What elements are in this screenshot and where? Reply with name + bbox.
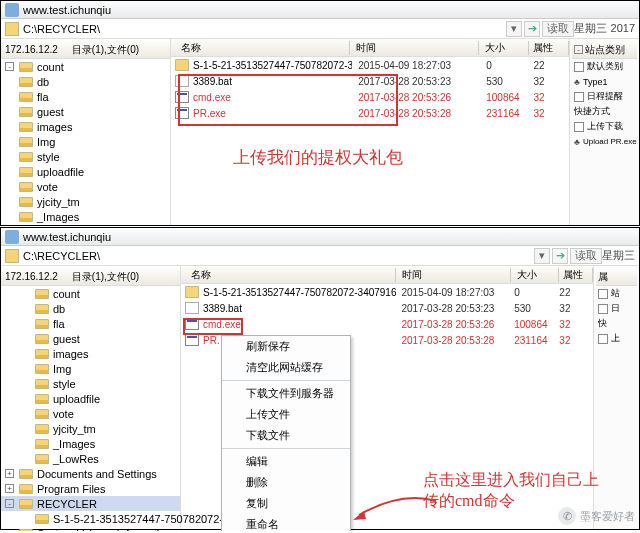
menu-item[interactable]: 删除 (222, 472, 350, 493)
side-item[interactable]: 上 (596, 331, 637, 346)
side-header: 属 (596, 268, 637, 286)
menu-item[interactable]: 清空此网站缓存 (222, 357, 350, 378)
column-header: 名称 时间 大小 属性 (181, 266, 593, 284)
folder-tree[interactable]: 172.16.12.2 目录(1),文件(0) -count db fla gu… (1, 39, 171, 225)
side-panel: - 站点类别 默认类别 ♣Type1 日程提醒 快捷方式 上传下载 ♣Uploa… (569, 39, 639, 225)
menu-item[interactable]: 复制 (222, 493, 350, 514)
col-name[interactable]: 名称 (181, 268, 396, 282)
file-row[interactable]: 3389.bat2017-03-28 20:53:2353032 (181, 300, 593, 316)
side-item[interactable]: 快 (596, 316, 637, 331)
window-title: www.test.ichunqiu (23, 231, 111, 243)
screenshot-top: www.test.ichunqiu C:\RECYCLER\ ▾ ➔ 读取 星期… (0, 0, 640, 226)
menu-item[interactable]: 上传文件 (222, 404, 350, 425)
watermark: ✆ 墨客爱好者 (558, 507, 635, 525)
checkbox-icon[interactable] (598, 334, 608, 344)
exe-icon (175, 91, 189, 103)
menu-separator (222, 448, 350, 449)
bat-icon (185, 302, 199, 314)
address-path[interactable]: C:\RECYCLER\ (23, 23, 504, 35)
watermark-icon: ✆ (558, 507, 576, 525)
side-header: - 站点类别 (572, 41, 637, 59)
exe-icon (185, 334, 199, 346)
folder-icon (185, 286, 199, 298)
file-row[interactable]: cmd.exe2017-03-28 20:53:2610086432 (181, 316, 593, 332)
club-icon: ♣ (574, 77, 580, 87)
address-bar: C:\RECYCLER\ ▾ ➔ 读取 星期三 2017 (1, 19, 639, 39)
col-name[interactable]: 名称 (171, 41, 350, 55)
window-title: www.test.ichunqiu (23, 4, 111, 16)
tree-header: 172.16.12.2 目录(1),文件(0) (1, 41, 170, 59)
file-row[interactable]: S-1-5-21-3513527447-750782072-3407916...… (181, 284, 593, 300)
file-row[interactable]: PR.exe2017-03-28 20:53:2823116432 (171, 105, 569, 121)
column-header: 名称 时间 大小 属性 (171, 39, 569, 57)
checkbox-icon[interactable] (574, 62, 584, 72)
address-bar: C:\RECYCLER\ ▾ ➔ 读取 星期三 (1, 246, 639, 266)
folder-icon (5, 22, 19, 36)
menu-item[interactable]: 重命名 (222, 514, 350, 531)
side-item[interactable]: 默认类别 (572, 59, 637, 74)
side-item[interactable]: ♣Type1 (572, 74, 637, 89)
file-row[interactable]: S-1-5-21-3513527447-750782072-3407916...… (171, 57, 569, 73)
checkbox-icon[interactable] (598, 304, 608, 314)
folder-icon (175, 59, 189, 71)
col-attr[interactable]: 属性 (529, 41, 569, 55)
file-row[interactable]: cmd.exe2017-03-28 20:53:2610086432 (171, 89, 569, 105)
col-size[interactable]: 大小 (511, 268, 559, 282)
app-icon (5, 230, 19, 244)
exe-icon (185, 318, 199, 330)
checkbox-icon[interactable] (574, 122, 584, 132)
exe-icon (175, 107, 189, 119)
side-item[interactable]: ♣Upload PR.exe (572, 134, 637, 149)
col-attr[interactable]: 属性 (559, 268, 593, 282)
date-label: 星期三 (602, 248, 635, 263)
side-item[interactable]: 日程提醒 (572, 89, 637, 104)
read-button[interactable]: 读取 (570, 248, 602, 264)
file-row[interactable]: 3389.bat2017-03-28 20:53:2353032 (171, 73, 569, 89)
go-button[interactable]: ➔ (552, 248, 568, 264)
menu-separator (222, 380, 350, 381)
checkbox-icon[interactable] (574, 92, 584, 102)
context-menu[interactable]: 刷新保存 清空此网站缓存 下载文件到服务器 上传文件 下载文件 编辑 删除 复制… (221, 335, 351, 531)
read-button[interactable]: 读取 (542, 21, 574, 37)
folder-tree[interactable]: 172.16.12.2 目录(1),文件(0) count db fla gue… (1, 266, 181, 529)
side-panel: 属 站 日 快 上 (593, 266, 639, 529)
side-item[interactable]: 上传下载 (572, 119, 637, 134)
date-label: 星期三 2017 (574, 21, 635, 36)
window-titlebar: www.test.ichunqiu (1, 1, 639, 19)
menu-item[interactable]: 下载文件到服务器 (222, 383, 350, 404)
app-icon (5, 3, 19, 17)
dropdown-button[interactable]: ▾ (534, 248, 550, 264)
side-item[interactable]: 日 (596, 301, 637, 316)
col-time[interactable]: 时间 (350, 41, 479, 55)
col-size[interactable]: 大小 (479, 41, 529, 55)
dropdown-button[interactable]: ▾ (506, 21, 522, 37)
col-time[interactable]: 时间 (396, 268, 511, 282)
menu-item[interactable]: 编辑 (222, 451, 350, 472)
menu-item[interactable]: 下载文件 (222, 425, 350, 446)
tree-item-selected: -RECYCLER (1, 496, 180, 511)
file-list[interactable]: 名称 时间 大小 属性 S-1-5-21-3513527447-75078207… (171, 39, 569, 225)
window-titlebar: www.test.ichunqiu (1, 228, 639, 246)
tree-header: 172.16.12.2 目录(1),文件(0) (1, 268, 180, 286)
side-item[interactable]: 快捷方式 (572, 104, 637, 119)
screenshot-bottom: www.test.ichunqiu C:\RECYCLER\ ▾ ➔ 读取 星期… (0, 227, 640, 530)
bat-icon (175, 75, 189, 87)
club-icon: ♣ (574, 137, 580, 147)
menu-item[interactable]: 刷新保存 (222, 336, 350, 357)
side-item[interactable]: 站 (596, 286, 637, 301)
checkbox-icon[interactable] (598, 289, 608, 299)
address-path[interactable]: C:\RECYCLER\ (23, 250, 532, 262)
go-button[interactable]: ➔ (524, 21, 540, 37)
folder-icon (5, 249, 19, 263)
main-panel: 172.16.12.2 目录(1),文件(0) -count db fla gu… (1, 39, 639, 225)
